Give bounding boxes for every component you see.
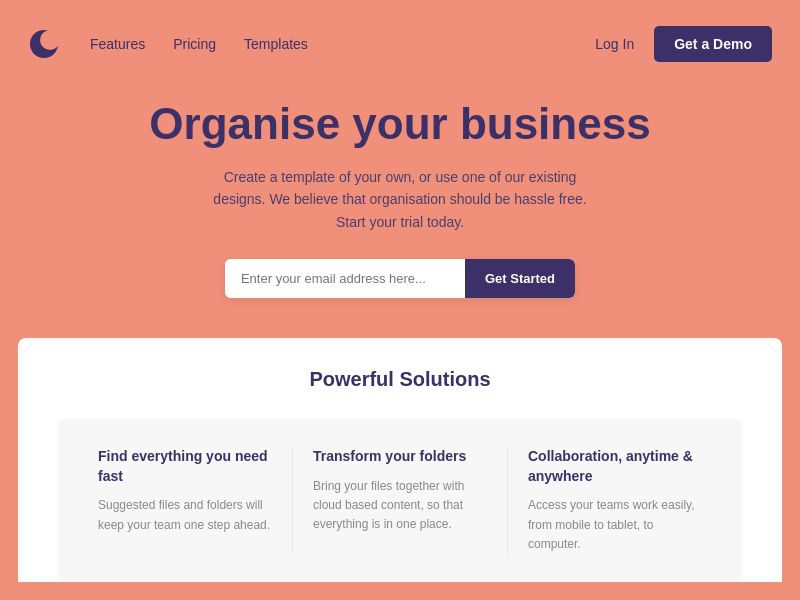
- login-link[interactable]: Log In: [595, 36, 634, 52]
- hero-section: Organise your business Create a template…: [18, 69, 782, 318]
- nav-right: Log In Get a Demo: [595, 26, 772, 62]
- navbar: Features Pricing Templates Log In Get a …: [18, 18, 782, 69]
- nav-templates[interactable]: Templates: [244, 36, 308, 52]
- outer-background: Features Pricing Templates Log In Get a …: [0, 0, 800, 600]
- solution-card-0-title: Find everything you need fast: [98, 447, 272, 486]
- nav-features[interactable]: Features: [90, 36, 145, 52]
- demo-button[interactable]: Get a Demo: [654, 26, 772, 62]
- hero-title: Organise your business: [149, 99, 650, 150]
- solution-card-0: Find everything you need fast Suggested …: [78, 447, 293, 554]
- nav-pricing[interactable]: Pricing: [173, 36, 216, 52]
- nav-links: Features Pricing Templates: [90, 36, 595, 52]
- email-form: Get Started: [225, 259, 575, 298]
- solution-card-2-title: Collaboration, anytime & anywhere: [528, 447, 702, 486]
- solution-card-1-title: Transform your folders: [313, 447, 487, 467]
- get-started-button[interactable]: Get Started: [465, 259, 575, 298]
- hero-subtitle: Create a template of your own, or use on…: [200, 166, 600, 233]
- solution-card-2: Collaboration, anytime & anywhere Access…: [508, 447, 722, 554]
- inner-wrapper: Features Pricing Templates Log In Get a …: [18, 18, 782, 582]
- logo-icon: [28, 28, 60, 60]
- solutions-section: Powerful Solutions Find everything you n…: [18, 338, 782, 582]
- solution-card-1-desc: Bring your files together with cloud bas…: [313, 477, 487, 535]
- logo[interactable]: [28, 28, 60, 60]
- svg-point-1: [40, 30, 60, 50]
- solution-card-2-desc: Access your teams work easily, from mobi…: [528, 496, 702, 554]
- solution-card-1: Transform your folders Bring your files …: [293, 447, 508, 554]
- email-input[interactable]: [225, 259, 465, 298]
- solutions-title: Powerful Solutions: [58, 368, 742, 391]
- solutions-cards: Find everything you need fast Suggested …: [58, 419, 742, 582]
- solution-card-0-desc: Suggested files and folders will keep yo…: [98, 496, 272, 534]
